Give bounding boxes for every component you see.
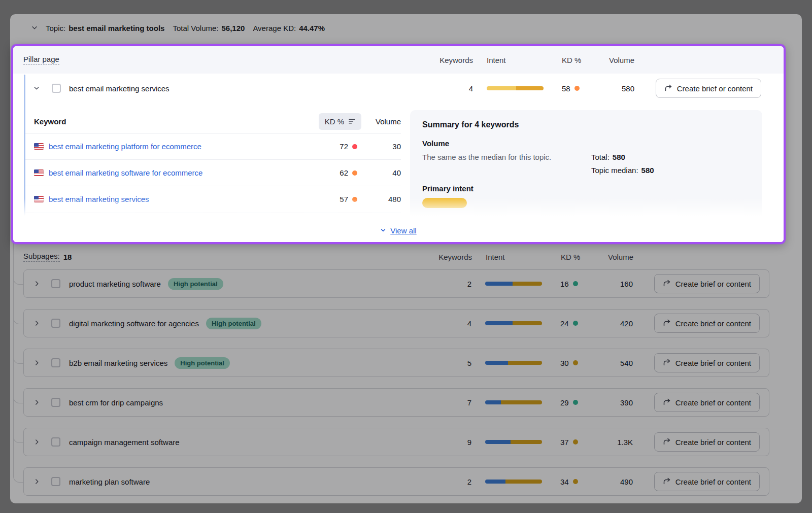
chevron-right-icon[interactable]: [32, 438, 42, 446]
volume-value: 420: [589, 319, 633, 328]
create-brief-button[interactable]: Create brief or content: [654, 314, 760, 333]
total-volume-value: 56,120: [221, 24, 245, 32]
view-all-link[interactable]: View all: [380, 226, 416, 235]
arrow-icon: [663, 398, 671, 407]
create-brief-label: Create brief or content: [675, 359, 751, 367]
bottom-fade: [13, 198, 784, 219]
chevron-right-icon[interactable]: [32, 398, 42, 406]
row-checkbox[interactable]: [51, 319, 60, 328]
subpage-row[interactable]: campaign management software 9 37 1.3K C…: [23, 428, 769, 456]
us-flag-icon: [34, 143, 44, 150]
subpage-row[interactable]: best crm for drip campaigns 7 29 390 Cre…: [23, 388, 769, 417]
chevron-down-icon[interactable]: [28, 24, 41, 32]
volume-column-header: Volume: [590, 253, 633, 261]
intent-bar: [485, 282, 542, 286]
intent-column-header: Intent: [473, 56, 544, 64]
kd-value: 37: [560, 438, 569, 447]
summary-volume-heading: Volume: [422, 139, 750, 148]
intent-bar: [485, 480, 542, 484]
arrow-icon: [663, 358, 671, 368]
volume-column-header: Volume: [591, 56, 634, 64]
keyword-text: best email marketing software for ecomme…: [49, 168, 202, 177]
intent-bar: [485, 400, 542, 404]
pillar-page-section: Pillar page Keywords Intent KD % Volume …: [11, 44, 786, 244]
keyword-row: best email marketing platform for ecomme…: [24, 133, 401, 160]
keyword-link[interactable]: best email marketing platform for ecomme…: [24, 142, 313, 151]
keyword-link[interactable]: best email marketing software for ecomme…: [24, 168, 313, 177]
volume-value: 1.3K: [589, 438, 633, 447]
total-volume-label: Total Volume:: [173, 24, 218, 32]
keywords-count: 2: [431, 280, 471, 288]
expanded-accent-line: [24, 75, 25, 219]
topic-label: Topic:: [46, 24, 65, 32]
kd-value: 72: [340, 142, 348, 151]
average-kd-value: 44.47%: [299, 24, 325, 32]
us-flag-icon: [34, 169, 44, 176]
chevron-right-icon[interactable]: [32, 319, 42, 327]
total-label: Total:: [591, 153, 610, 161]
subpage-title: marketing plan software: [69, 477, 150, 486]
create-brief-label: Create brief or content: [675, 438, 751, 447]
chevron-right-icon[interactable]: [32, 280, 42, 288]
row-checkbox[interactable]: [52, 84, 61, 93]
subpage-title: product marketing software: [69, 280, 161, 288]
subpages-label[interactable]: Subpages:: [23, 252, 60, 262]
kd-value: 24: [560, 319, 569, 328]
total-value: 580: [613, 153, 625, 161]
subpage-row[interactable]: digital marketing software for agencies …: [23, 309, 769, 337]
pillar-header-row: Pillar page Keywords Intent KD % Volume: [13, 46, 784, 74]
kd-value: 16: [560, 280, 569, 288]
keywords-count: 7: [431, 398, 471, 407]
keywords-count: 4: [432, 84, 473, 93]
pillar-page-label[interactable]: Pillar page: [23, 55, 59, 65]
intent-column-header: Intent: [472, 253, 543, 261]
create-brief-button[interactable]: Create brief or content: [656, 79, 761, 98]
chevron-right-icon[interactable]: [32, 359, 42, 367]
subpage-title: b2b email marketing services: [69, 359, 167, 367]
intent-bar: [485, 440, 542, 444]
create-brief-label: Create brief or content: [675, 280, 751, 288]
arrow-icon: [663, 319, 671, 328]
subpages-header-row: Subpages: 18 Keywords Intent KD % Volume: [23, 248, 769, 265]
kd-dot: [573, 439, 578, 444]
create-brief-button[interactable]: Create brief or content: [654, 432, 760, 452]
create-brief-label: Create brief or content: [675, 319, 751, 328]
row-checkbox[interactable]: [51, 398, 60, 407]
kd-value: 30: [560, 359, 569, 367]
volume-header: Volume: [361, 117, 401, 126]
view-all-band: View all: [13, 219, 784, 242]
subpage-row[interactable]: b2b email marketing services High potent…: [23, 349, 769, 377]
volume-value: 390: [589, 398, 633, 407]
row-checkbox[interactable]: [51, 279, 60, 288]
kd-dot: [573, 281, 578, 286]
kd-cell: 72: [313, 142, 361, 151]
topic-value: best email marketing tools: [69, 24, 164, 32]
row-checkbox[interactable]: [51, 477, 60, 486]
kd-dot: [573, 400, 578, 405]
kd-dot: [352, 144, 357, 149]
chevron-right-icon[interactable]: [32, 477, 42, 486]
keywords-column-header: Keywords: [432, 56, 473, 64]
keywords-column-header: Keywords: [431, 253, 472, 261]
volume-value: 540: [589, 359, 633, 367]
create-brief-button[interactable]: Create brief or content: [654, 472, 760, 491]
subpage-row[interactable]: product marketing software High potentia…: [23, 269, 769, 298]
kd-value: 62: [340, 168, 348, 177]
column-headers: Keywords Intent KD % Volume: [432, 56, 761, 64]
create-brief-button[interactable]: Create brief or content: [654, 274, 760, 293]
create-brief-button[interactable]: Create brief or content: [654, 393, 760, 412]
create-brief-label: Create brief or content: [675, 398, 751, 407]
topic-median-label: Topic median:: [591, 166, 638, 175]
row-checkbox[interactable]: [51, 358, 60, 367]
pillar-row[interactable]: best email marketing services 4 58 580 C…: [13, 74, 784, 103]
create-brief-label: Create brief or content: [677, 84, 753, 93]
kd-sort-chip[interactable]: KD %: [319, 113, 361, 130]
intent-bar: [485, 321, 542, 325]
kd-header-label: KD %: [325, 117, 344, 126]
create-brief-button[interactable]: Create brief or content: [654, 353, 760, 372]
row-checkbox[interactable]: [51, 437, 60, 447]
arrow-icon: [663, 279, 671, 289]
chevron-down-icon[interactable]: [30, 84, 43, 92]
subpage-title: digital marketing software for agencies: [69, 319, 199, 328]
subpage-row[interactable]: marketing plan software 2 34 490 Create …: [23, 467, 769, 496]
